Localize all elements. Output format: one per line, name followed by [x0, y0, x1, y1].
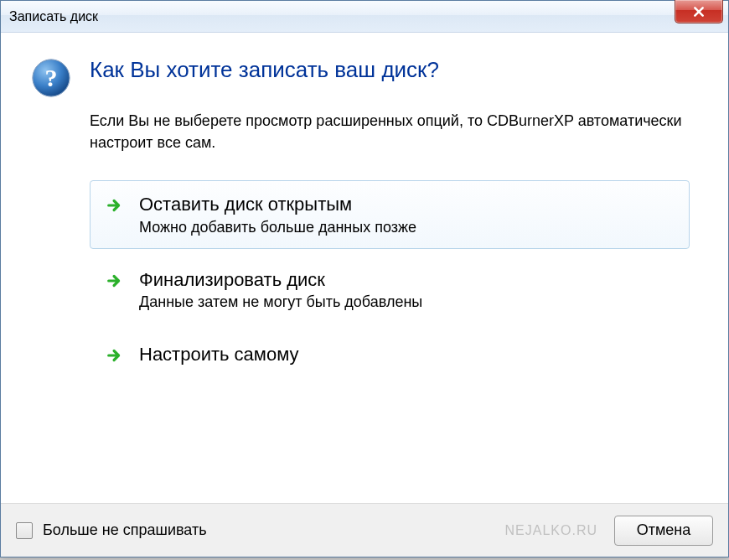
option-desc: Данные затем не могут быть добавлены	[139, 293, 674, 311]
option-text: Финализировать диск Данные затем не могу…	[139, 268, 674, 312]
option-desc: Можно добавить больше данных позже	[139, 219, 674, 236]
arrow-right-icon	[106, 196, 124, 215]
option-finalize[interactable]: Финализировать диск Данные затем не могу…	[90, 256, 690, 324]
window-title: Записать диск	[9, 9, 98, 24]
option-text: Оставить диск открытым Можно добавить бо…	[139, 193, 674, 236]
dialog-footer: Больше не спрашивать NEJALKO.RU Отмена	[1, 503, 728, 557]
arrow-right-icon	[106, 346, 124, 365]
dont-ask-label: Больше не спрашивать	[43, 521, 207, 539]
close-icon	[692, 6, 706, 18]
option-title: Настроить самому	[139, 343, 674, 367]
option-title: Финализировать диск	[139, 268, 674, 293]
option-title: Оставить диск открытым	[139, 193, 674, 217]
content-area: ? Как Вы хотите записать ваш диск? Если …	[1, 33, 728, 503]
dialog-description: Если Вы не выберете просмотр расширенных…	[90, 110, 698, 153]
dont-ask-wrap: Больше не спрашивать	[16, 521, 505, 539]
close-button[interactable]	[675, 0, 723, 23]
watermark: NEJALKO.RU	[505, 523, 597, 538]
option-leave-open[interactable]: Оставить диск открытым Можно добавить бо…	[90, 180, 690, 249]
dialog-heading: Как Вы хотите записать ваш диск?	[90, 56, 439, 85]
titlebar: Записать диск	[1, 1, 728, 33]
help-icon: ?	[31, 58, 71, 98]
options-list: Оставить диск открытым Можно добавить бо…	[90, 180, 690, 380]
dialog-window: Записать диск ? Как Вы хотите	[0, 0, 729, 557]
dont-ask-checkbox[interactable]	[16, 522, 33, 539]
arrow-right-icon	[106, 272, 124, 290]
option-customize[interactable]: Настроить самому	[90, 330, 690, 380]
cancel-button[interactable]: Отмена	[614, 516, 713, 546]
option-text: Настроить самому	[139, 343, 674, 367]
header-row: ? Как Вы хотите записать ваш диск?	[31, 56, 698, 98]
svg-text:?: ?	[45, 64, 58, 91]
